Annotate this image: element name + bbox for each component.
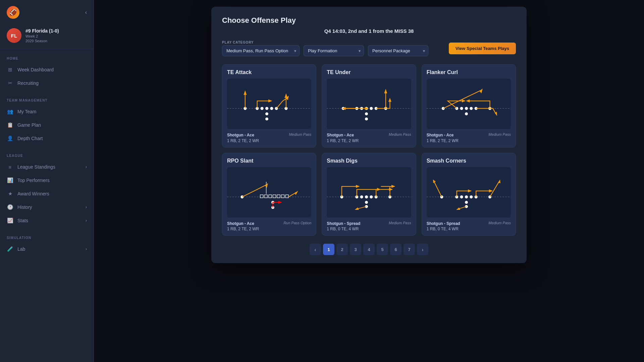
play-category-label: Play Category	[222, 41, 300, 44]
sidebar-item-league-standings[interactable]: ≡ League Standings ›	[0, 160, 94, 174]
pagination-prev-button[interactable]: ‹	[310, 244, 321, 255]
nav-home-label: HOME	[0, 55, 94, 63]
play-category-select-wrapper: Medium Pass, Run Pass Option	[222, 45, 300, 56]
play-diagram-smash-digs	[327, 167, 411, 218]
standings-icon: ≡	[7, 164, 13, 170]
sidebar-collapse-button[interactable]: ‹	[85, 9, 87, 15]
team-icon: 👥	[7, 108, 13, 115]
pagination-page-1-button[interactable]: 1	[323, 244, 334, 255]
chevron-right-icon: ›	[86, 165, 87, 169]
sidebar-item-label: League Standings	[17, 164, 55, 170]
sidebar-item-history[interactable]: 🕐 History ›	[0, 200, 94, 214]
play-card-te-under[interactable]: TE Under	[322, 64, 416, 147]
personnel-package-select[interactable]: Personnel Package	[368, 45, 428, 56]
play-card-flanker-curl[interactable]: Flanker Curl	[422, 64, 516, 147]
play-formation-info: Shotgun - Spread 1 RB, 0 TE, 4 WR	[327, 221, 360, 232]
svg-point-3	[261, 107, 264, 110]
sidebar-item-label: Recruiting	[17, 80, 39, 86]
sidebar-item-label: Stats	[17, 218, 28, 223]
sidebar-item-game-plan[interactable]: 📋 Game Plan	[0, 118, 94, 132]
personnel-select-wrapper: Personnel Package	[368, 45, 428, 56]
sidebar-item-label: Award Winners	[17, 191, 49, 196]
svg-rect-15	[327, 81, 411, 127]
pagination-next-button[interactable]: ›	[417, 244, 428, 255]
play-formation-info: Shotgun - Ace 1 RB, 2 TE, 2 WR	[227, 132, 259, 144]
scissors-icon: ✂	[7, 80, 13, 86]
chevron-right-icon: ›	[86, 218, 87, 223]
play-diagram-te-attack	[227, 79, 311, 129]
play-title: Smash Digs	[327, 158, 411, 164]
play-card-smash-digs[interactable]: Smash Digs	[322, 153, 416, 236]
nav-home-section: HOME ⊞ Week Dashboard ✂ Recruiting	[0, 49, 94, 91]
svg-point-4	[265, 107, 268, 110]
sidebar-item-week-dashboard[interactable]: ⊞ Week Dashboard	[0, 63, 94, 76]
chevron-right-icon: ›	[86, 247, 87, 251]
chevron-right-icon: ›	[86, 205, 87, 209]
nav-simulation-section: SIMULATION 🧪 Lab ›	[0, 229, 94, 257]
play-title: Smash Corners	[427, 158, 511, 164]
play-card-rpo-slant[interactable]: RPO Slant	[222, 153, 316, 236]
play-card-footer: Shotgun - Ace 1 RB, 2 TE, 2 WR Medium Pa…	[327, 132, 411, 144]
nav-team-label: TEAM MANAGEMENT	[0, 97, 94, 105]
sidebar-item-award-winners[interactable]: ★ Award Winners	[0, 187, 94, 200]
play-card-smash-corners[interactable]: Smash Corners	[422, 153, 516, 236]
modal-subtitle: Q4 14:03, 2nd and 1 from the MISS 38	[222, 28, 516, 34]
pagination-page-6-button[interactable]: 6	[390, 244, 401, 255]
svg-point-55	[240, 195, 244, 198]
play-formation-filter: Play Formation	[304, 41, 364, 56]
svg-point-8	[265, 117, 268, 120]
sidebar-item-my-team[interactable]: 👥 My Team	[0, 105, 94, 118]
play-card-footer: Shotgun - Ace 1 RB, 2 TE, 2 WR Medium Pa…	[227, 132, 311, 144]
play-category-filter: Play Category Medium Pass, Run Pass Opti…	[222, 41, 300, 56]
play-diagram-te-under	[327, 79, 411, 129]
view-special-teams-button[interactable]: View Special Teams Plays	[449, 43, 516, 54]
nav-simulation-label: SIMULATION	[0, 234, 94, 242]
main-content: Choose Offense Play Q4 14:03, 2nd and 1 …	[94, 0, 644, 362]
play-title: RPO Slant	[227, 158, 311, 164]
lab-icon: 🧪	[7, 246, 13, 252]
pagination-page-4-button[interactable]: 4	[363, 244, 375, 255]
pagination-page-5-button[interactable]: 5	[377, 244, 388, 255]
svg-point-23	[365, 117, 368, 120]
svg-point-63	[360, 195, 363, 198]
sidebar-item-depth-chart[interactable]: 👤 Depth Chart	[0, 132, 94, 145]
svg-point-33	[460, 107, 463, 110]
sidebar-item-stats[interactable]: 📈 Stats ›	[0, 214, 94, 227]
sidebar-item-label: History	[17, 204, 32, 210]
svg-point-81	[470, 195, 473, 198]
pagination-page-3-button[interactable]: 3	[350, 244, 361, 255]
play-card-footer: Shotgun - Ace 1 RB, 2 TE, 2 WR Medium Pa…	[427, 132, 511, 144]
sidebar-header: 🏈 ‹	[0, 0, 94, 23]
svg-point-83	[465, 201, 468, 204]
svg-rect-0	[227, 81, 311, 127]
pagination-page-7-button[interactable]: 7	[404, 244, 415, 255]
team-details: #9 Florida (1-0) Week 2 2029 Season	[25, 28, 59, 43]
pagination-page-2-button[interactable]: 2	[336, 244, 348, 255]
sidebar-item-label: Top Performers	[17, 178, 50, 183]
clock-icon: 🕐	[7, 204, 13, 210]
play-type-badge: Run Pass Option	[283, 221, 311, 225]
team-week: Week 2	[25, 34, 59, 38]
sidebar-item-top-performers[interactable]: 📊 Top Performers	[0, 174, 94, 187]
avatar: FL	[7, 28, 21, 43]
filters-row: Play Category Medium Pass, Run Pass Opti…	[222, 41, 516, 56]
play-type-badge: Medium Pass	[389, 221, 411, 225]
play-formation-select[interactable]: Play Formation	[304, 45, 364, 56]
play-formation-info: Shotgun - Spread 1 RB, 0 TE, 4 WR	[427, 221, 460, 232]
play-category-select[interactable]: Medium Pass, Run Pass Option	[222, 45, 300, 56]
svg-point-7	[265, 112, 268, 115]
play-formation-select-wrapper: Play Formation	[304, 45, 364, 56]
stats-icon: 📈	[7, 217, 13, 224]
svg-point-34	[465, 107, 468, 110]
sidebar-item-label: Lab	[17, 246, 25, 252]
play-card-te-attack[interactable]: TE Attack	[222, 64, 316, 147]
sidebar-item-recruiting[interactable]: ✂ Recruiting	[0, 76, 94, 90]
play-title: TE Under	[327, 69, 411, 75]
svg-point-65	[370, 195, 373, 198]
play-diagram-flanker-curl	[427, 79, 511, 129]
sidebar-item-label: Game Plan	[17, 122, 41, 128]
sidebar-item-lab[interactable]: 🧪 Lab ›	[0, 242, 94, 256]
play-type-badge: Medium Pass	[488, 221, 511, 225]
play-card-footer: Shotgun - Spread 1 RB, 0 TE, 4 WR Medium…	[427, 221, 511, 232]
play-type-badge: Medium Pass	[488, 132, 511, 136]
